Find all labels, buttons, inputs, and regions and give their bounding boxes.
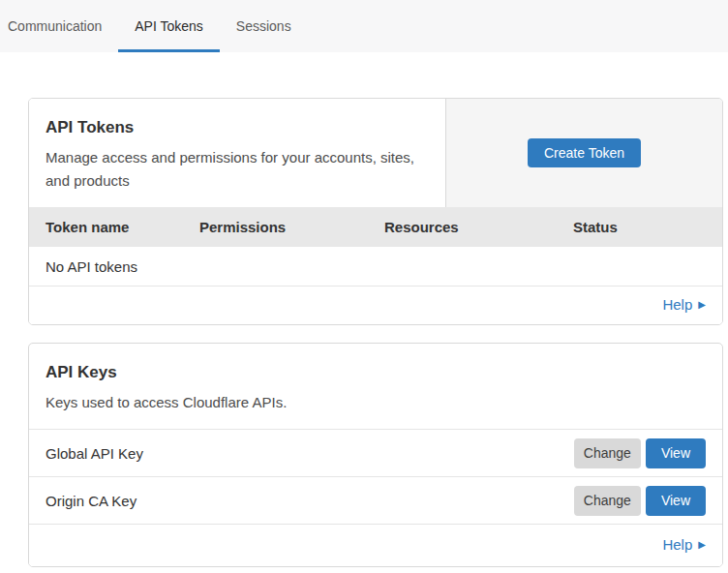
api-key-name: Global API Key: [46, 445, 574, 462]
help-link-label: Help: [662, 536, 692, 553]
token-table-header-status: Status: [573, 219, 722, 235]
help-link-label: Help: [662, 296, 692, 313]
api-keys-title: API Keys: [46, 363, 706, 382]
create-token-button[interactable]: Create Token: [528, 138, 641, 167]
token-table-header-resources: Resources: [384, 219, 573, 235]
api-key-actions: Change View: [574, 486, 706, 516]
api-key-actions: Change View: [574, 438, 706, 468]
token-table-header-row: Token name Permissions Resources Status: [29, 207, 722, 247]
api-tokens-card-action-panel: Create Token: [445, 99, 722, 207]
api-tokens-card-header: API Tokens Manage access and permissions…: [29, 99, 722, 207]
arrow-right-icon: ▶: [698, 300, 706, 310]
arrow-right-icon: ▶: [698, 540, 706, 550]
empty-tokens-message: No API tokens: [46, 258, 137, 275]
view-origin-ca-key-button[interactable]: View: [646, 486, 706, 516]
tab-communication[interactable]: Communication: [0, 0, 118, 52]
api-keys-help-link[interactable]: Help ▶: [662, 536, 706, 553]
api-tokens-card: API Tokens Manage access and permissions…: [28, 98, 723, 325]
api-tokens-card-header-text: API Tokens Manage access and permissions…: [29, 99, 445, 207]
view-global-api-key-button[interactable]: View: [646, 438, 706, 468]
main-content: API Tokens Manage access and permissions…: [0, 52, 728, 567]
api-key-row-origin-ca: Origin CA Key Change View: [29, 476, 722, 524]
tab-sessions[interactable]: Sessions: [220, 0, 308, 52]
api-tokens-card-footer: Help ▶: [29, 286, 722, 324]
api-tokens-help-link[interactable]: Help ▶: [662, 296, 706, 313]
tab-bar: Communication API Tokens Sessions: [0, 0, 728, 52]
change-origin-ca-key-button[interactable]: Change: [574, 486, 641, 516]
api-tokens-description: Manage access and permissions for your a…: [46, 146, 426, 193]
token-table-empty-row: No API tokens: [29, 247, 722, 286]
api-keys-description: Keys used to access Cloudflare APIs.: [46, 391, 706, 414]
api-keys-card-footer: Help ▶: [29, 524, 722, 566]
token-table-header-token-name: Token name: [46, 219, 199, 235]
tab-api-tokens[interactable]: API Tokens: [118, 0, 220, 52]
api-key-name: Origin CA Key: [46, 493, 574, 509]
api-keys-card: API Keys Keys used to access Cloudflare …: [28, 343, 723, 567]
token-table-header-permissions: Permissions: [199, 219, 384, 235]
api-tokens-title: API Tokens: [46, 118, 426, 137]
change-global-api-key-button[interactable]: Change: [574, 438, 641, 468]
api-key-row-global: Global API Key Change View: [29, 429, 722, 476]
api-keys-card-header: API Keys Keys used to access Cloudflare …: [29, 344, 722, 429]
